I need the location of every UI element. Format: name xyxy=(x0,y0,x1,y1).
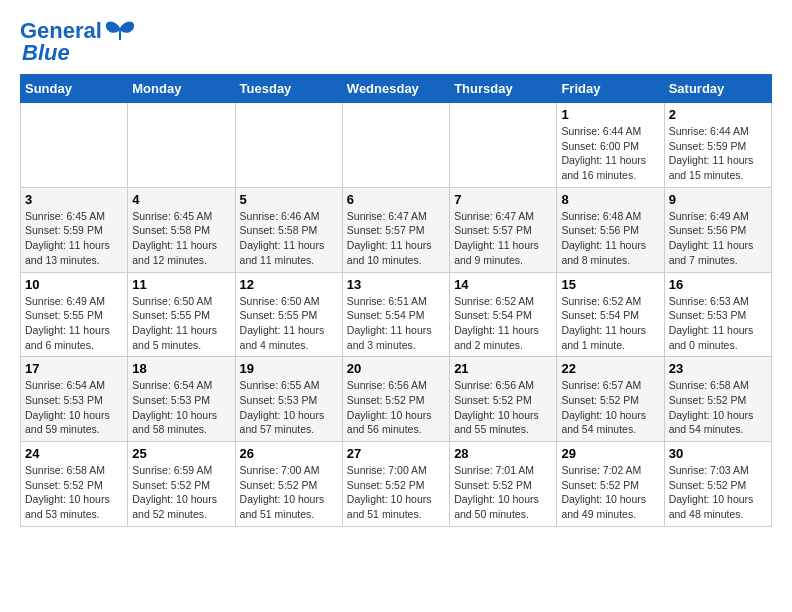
calendar-cell: 16Sunrise: 6:53 AM Sunset: 5:53 PM Dayli… xyxy=(664,272,771,357)
day-info: Sunrise: 6:55 AM Sunset: 5:53 PM Dayligh… xyxy=(240,378,338,437)
day-info: Sunrise: 6:46 AM Sunset: 5:58 PM Dayligh… xyxy=(240,209,338,268)
day-number: 28 xyxy=(454,446,552,461)
day-info: Sunrise: 6:54 AM Sunset: 5:53 PM Dayligh… xyxy=(25,378,123,437)
day-info: Sunrise: 6:52 AM Sunset: 5:54 PM Dayligh… xyxy=(561,294,659,353)
day-number: 25 xyxy=(132,446,230,461)
day-number: 17 xyxy=(25,361,123,376)
day-info: Sunrise: 6:53 AM Sunset: 5:53 PM Dayligh… xyxy=(669,294,767,353)
day-info: Sunrise: 6:52 AM Sunset: 5:54 PM Dayligh… xyxy=(454,294,552,353)
calendar-cell xyxy=(342,103,449,188)
day-info: Sunrise: 7:02 AM Sunset: 5:52 PM Dayligh… xyxy=(561,463,659,522)
day-number: 19 xyxy=(240,361,338,376)
calendar-cell: 7Sunrise: 6:47 AM Sunset: 5:57 PM Daylig… xyxy=(450,187,557,272)
day-info: Sunrise: 6:58 AM Sunset: 5:52 PM Dayligh… xyxy=(669,378,767,437)
calendar-cell: 1Sunrise: 6:44 AM Sunset: 6:00 PM Daylig… xyxy=(557,103,664,188)
calendar-cell: 23Sunrise: 6:58 AM Sunset: 5:52 PM Dayli… xyxy=(664,357,771,442)
weekday-header: Tuesday xyxy=(235,75,342,103)
day-info: Sunrise: 7:00 AM Sunset: 5:52 PM Dayligh… xyxy=(347,463,445,522)
day-info: Sunrise: 7:03 AM Sunset: 5:52 PM Dayligh… xyxy=(669,463,767,522)
day-number: 5 xyxy=(240,192,338,207)
day-number: 18 xyxy=(132,361,230,376)
day-info: Sunrise: 6:49 AM Sunset: 5:55 PM Dayligh… xyxy=(25,294,123,353)
calendar-cell: 27Sunrise: 7:00 AM Sunset: 5:52 PM Dayli… xyxy=(342,442,449,527)
day-number: 12 xyxy=(240,277,338,292)
calendar-cell: 5Sunrise: 6:46 AM Sunset: 5:58 PM Daylig… xyxy=(235,187,342,272)
calendar-cell: 14Sunrise: 6:52 AM Sunset: 5:54 PM Dayli… xyxy=(450,272,557,357)
day-number: 8 xyxy=(561,192,659,207)
day-number: 7 xyxy=(454,192,552,207)
calendar-cell: 12Sunrise: 6:50 AM Sunset: 5:55 PM Dayli… xyxy=(235,272,342,357)
calendar-cell: 4Sunrise: 6:45 AM Sunset: 5:58 PM Daylig… xyxy=(128,187,235,272)
calendar-cell: 24Sunrise: 6:58 AM Sunset: 5:52 PM Dayli… xyxy=(21,442,128,527)
day-number: 20 xyxy=(347,361,445,376)
logo: General Blue xyxy=(20,20,136,64)
logo-text: General xyxy=(20,20,102,42)
day-number: 1 xyxy=(561,107,659,122)
calendar-cell: 9Sunrise: 6:49 AM Sunset: 5:56 PM Daylig… xyxy=(664,187,771,272)
calendar-cell: 6Sunrise: 6:47 AM Sunset: 5:57 PM Daylig… xyxy=(342,187,449,272)
calendar-cell: 21Sunrise: 6:56 AM Sunset: 5:52 PM Dayli… xyxy=(450,357,557,442)
day-info: Sunrise: 6:54 AM Sunset: 5:53 PM Dayligh… xyxy=(132,378,230,437)
day-number: 23 xyxy=(669,361,767,376)
calendar-cell: 28Sunrise: 7:01 AM Sunset: 5:52 PM Dayli… xyxy=(450,442,557,527)
weekday-header: Sunday xyxy=(21,75,128,103)
day-info: Sunrise: 6:45 AM Sunset: 5:58 PM Dayligh… xyxy=(132,209,230,268)
day-number: 9 xyxy=(669,192,767,207)
day-number: 6 xyxy=(347,192,445,207)
day-info: Sunrise: 6:44 AM Sunset: 6:00 PM Dayligh… xyxy=(561,124,659,183)
day-number: 15 xyxy=(561,277,659,292)
calendar-cell: 17Sunrise: 6:54 AM Sunset: 5:53 PM Dayli… xyxy=(21,357,128,442)
calendar-header-row: SundayMondayTuesdayWednesdayThursdayFrid… xyxy=(21,75,772,103)
day-info: Sunrise: 6:50 AM Sunset: 5:55 PM Dayligh… xyxy=(132,294,230,353)
day-number: 24 xyxy=(25,446,123,461)
calendar-cell: 2Sunrise: 6:44 AM Sunset: 5:59 PM Daylig… xyxy=(664,103,771,188)
weekday-header: Monday xyxy=(128,75,235,103)
day-info: Sunrise: 6:44 AM Sunset: 5:59 PM Dayligh… xyxy=(669,124,767,183)
calendar-cell xyxy=(450,103,557,188)
calendar-cell: 15Sunrise: 6:52 AM Sunset: 5:54 PM Dayli… xyxy=(557,272,664,357)
logo-blue: Blue xyxy=(22,42,70,64)
calendar-week-row: 24Sunrise: 6:58 AM Sunset: 5:52 PM Dayli… xyxy=(21,442,772,527)
weekday-header: Wednesday xyxy=(342,75,449,103)
weekday-header: Saturday xyxy=(664,75,771,103)
day-info: Sunrise: 6:47 AM Sunset: 5:57 PM Dayligh… xyxy=(347,209,445,268)
calendar-cell: 10Sunrise: 6:49 AM Sunset: 5:55 PM Dayli… xyxy=(21,272,128,357)
day-number: 26 xyxy=(240,446,338,461)
day-info: Sunrise: 6:51 AM Sunset: 5:54 PM Dayligh… xyxy=(347,294,445,353)
day-number: 29 xyxy=(561,446,659,461)
calendar-cell: 8Sunrise: 6:48 AM Sunset: 5:56 PM Daylig… xyxy=(557,187,664,272)
day-number: 22 xyxy=(561,361,659,376)
day-info: Sunrise: 6:56 AM Sunset: 5:52 PM Dayligh… xyxy=(347,378,445,437)
day-number: 4 xyxy=(132,192,230,207)
calendar-week-row: 1Sunrise: 6:44 AM Sunset: 6:00 PM Daylig… xyxy=(21,103,772,188)
weekday-header: Thursday xyxy=(450,75,557,103)
day-number: 16 xyxy=(669,277,767,292)
calendar-cell: 25Sunrise: 6:59 AM Sunset: 5:52 PM Dayli… xyxy=(128,442,235,527)
day-number: 21 xyxy=(454,361,552,376)
page-header: General Blue xyxy=(20,20,772,64)
calendar-cell: 11Sunrise: 6:50 AM Sunset: 5:55 PM Dayli… xyxy=(128,272,235,357)
calendar-cell: 13Sunrise: 6:51 AM Sunset: 5:54 PM Dayli… xyxy=(342,272,449,357)
day-number: 2 xyxy=(669,107,767,122)
calendar-cell: 22Sunrise: 6:57 AM Sunset: 5:52 PM Dayli… xyxy=(557,357,664,442)
day-info: Sunrise: 6:58 AM Sunset: 5:52 PM Dayligh… xyxy=(25,463,123,522)
calendar-cell: 29Sunrise: 7:02 AM Sunset: 5:52 PM Dayli… xyxy=(557,442,664,527)
day-number: 13 xyxy=(347,277,445,292)
day-info: Sunrise: 7:00 AM Sunset: 5:52 PM Dayligh… xyxy=(240,463,338,522)
calendar-cell: 18Sunrise: 6:54 AM Sunset: 5:53 PM Dayli… xyxy=(128,357,235,442)
logo-bird-icon xyxy=(104,20,136,42)
calendar-cell: 3Sunrise: 6:45 AM Sunset: 5:59 PM Daylig… xyxy=(21,187,128,272)
day-info: Sunrise: 6:45 AM Sunset: 5:59 PM Dayligh… xyxy=(25,209,123,268)
day-info: Sunrise: 6:50 AM Sunset: 5:55 PM Dayligh… xyxy=(240,294,338,353)
day-info: Sunrise: 6:49 AM Sunset: 5:56 PM Dayligh… xyxy=(669,209,767,268)
day-info: Sunrise: 6:47 AM Sunset: 5:57 PM Dayligh… xyxy=(454,209,552,268)
day-number: 27 xyxy=(347,446,445,461)
day-info: Sunrise: 6:48 AM Sunset: 5:56 PM Dayligh… xyxy=(561,209,659,268)
calendar-week-row: 17Sunrise: 6:54 AM Sunset: 5:53 PM Dayli… xyxy=(21,357,772,442)
calendar-cell: 19Sunrise: 6:55 AM Sunset: 5:53 PM Dayli… xyxy=(235,357,342,442)
day-info: Sunrise: 6:56 AM Sunset: 5:52 PM Dayligh… xyxy=(454,378,552,437)
calendar-cell xyxy=(235,103,342,188)
calendar-cell xyxy=(128,103,235,188)
day-number: 3 xyxy=(25,192,123,207)
calendar-cell xyxy=(21,103,128,188)
